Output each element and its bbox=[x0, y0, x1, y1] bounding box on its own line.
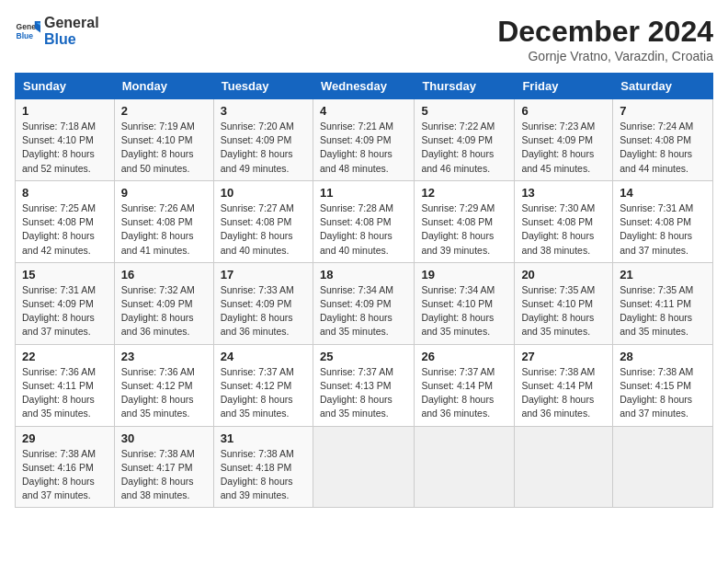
day-detail: Sunrise: 7:18 AMSunset: 4:10 PMDaylight:… bbox=[22, 121, 96, 174]
day-number: 6 bbox=[521, 104, 606, 118]
day-cell: 31 Sunrise: 7:38 AMSunset: 4:18 PMDaylig… bbox=[213, 426, 313, 508]
day-detail: Sunrise: 7:20 AMSunset: 4:09 PMDaylight:… bbox=[221, 121, 294, 174]
day-cell bbox=[415, 426, 515, 508]
day-detail: Sunrise: 7:34 AMSunset: 4:10 PMDaylight:… bbox=[421, 284, 495, 338]
day-detail: Sunrise: 7:31 AMSunset: 4:09 PMDaylight:… bbox=[22, 284, 96, 338]
day-number: 1 bbox=[22, 104, 108, 118]
week-row-5: 29 Sunrise: 7:38 AMSunset: 4:16 PMDaylig… bbox=[16, 426, 713, 508]
day-detail: Sunrise: 7:30 AMSunset: 4:08 PMDaylight:… bbox=[521, 202, 595, 256]
day-cell: 9 Sunrise: 7:26 AMSunset: 4:08 PMDayligh… bbox=[114, 180, 213, 262]
day-detail: Sunrise: 7:26 AMSunset: 4:08 PMDaylight:… bbox=[121, 202, 195, 256]
day-number: 24 bbox=[221, 350, 306, 363]
day-cell: 10 Sunrise: 7:27 AMSunset: 4:08 PMDaylig… bbox=[213, 180, 313, 262]
day-detail: Sunrise: 7:28 AMSunset: 4:08 PMDaylight:… bbox=[320, 202, 393, 256]
day-detail: Sunrise: 7:21 AMSunset: 4:09 PMDaylight:… bbox=[320, 121, 393, 174]
day-cell: 6 Sunrise: 7:23 AMSunset: 4:09 PMDayligh… bbox=[515, 99, 613, 181]
day-cell: 2 Sunrise: 7:19 AMSunset: 4:10 PMDayligh… bbox=[114, 99, 213, 181]
day-number: 8 bbox=[22, 186, 108, 200]
column-header-monday: Monday bbox=[114, 74, 213, 99]
day-cell: 4 Sunrise: 7:21 AMSunset: 4:09 PMDayligh… bbox=[313, 99, 414, 181]
day-detail: Sunrise: 7:27 AMSunset: 4:08 PMDaylight:… bbox=[221, 202, 294, 256]
day-number: 29 bbox=[22, 431, 108, 445]
day-detail: Sunrise: 7:36 AMSunset: 4:11 PMDaylight:… bbox=[22, 366, 96, 419]
day-detail: Sunrise: 7:38 AMSunset: 4:15 PMDaylight:… bbox=[620, 366, 693, 419]
day-cell: 18 Sunrise: 7:34 AMSunset: 4:09 PMDaylig… bbox=[313, 262, 414, 344]
day-detail: Sunrise: 7:33 AMSunset: 4:09 PMDaylight:… bbox=[221, 284, 294, 338]
day-detail: Sunrise: 7:35 AMSunset: 4:11 PMDaylight:… bbox=[620, 284, 693, 338]
logo-blue-text: Blue bbox=[44, 31, 99, 48]
column-header-thursday: Thursday bbox=[415, 74, 515, 99]
day-cell: 11 Sunrise: 7:28 AMSunset: 4:08 PMDaylig… bbox=[313, 180, 414, 262]
day-cell: 26 Sunrise: 7:37 AMSunset: 4:14 PMDaylig… bbox=[415, 344, 515, 426]
day-cell: 12 Sunrise: 7:29 AMSunset: 4:08 PMDaylig… bbox=[415, 180, 515, 262]
day-detail: Sunrise: 7:22 AMSunset: 4:09 PMDaylight:… bbox=[421, 121, 495, 174]
day-detail: Sunrise: 7:29 AMSunset: 4:08 PMDaylight:… bbox=[421, 202, 495, 256]
day-number: 13 bbox=[521, 186, 606, 200]
day-number: 9 bbox=[121, 186, 207, 200]
day-detail: Sunrise: 7:38 AMSunset: 4:16 PMDaylight:… bbox=[22, 448, 96, 501]
day-cell: 28 Sunrise: 7:38 AMSunset: 4:15 PMDaylig… bbox=[613, 344, 713, 426]
day-number: 15 bbox=[22, 268, 108, 282]
day-detail: Sunrise: 7:37 AMSunset: 4:13 PMDaylight:… bbox=[320, 366, 393, 419]
week-row-3: 15 Sunrise: 7:31 AMSunset: 4:09 PMDaylig… bbox=[16, 262, 713, 344]
day-detail: Sunrise: 7:38 AMSunset: 4:18 PMDaylight:… bbox=[221, 448, 294, 501]
day-number: 12 bbox=[421, 186, 507, 200]
day-cell: 15 Sunrise: 7:31 AMSunset: 4:09 PMDaylig… bbox=[16, 262, 115, 344]
day-cell: 5 Sunrise: 7:22 AMSunset: 4:09 PMDayligh… bbox=[415, 99, 515, 181]
day-number: 18 bbox=[320, 268, 407, 282]
day-number: 5 bbox=[421, 104, 507, 118]
day-detail: Sunrise: 7:31 AMSunset: 4:08 PMDaylight:… bbox=[620, 202, 693, 256]
day-cell: 22 Sunrise: 7:36 AMSunset: 4:11 PMDaylig… bbox=[16, 344, 115, 426]
column-header-row: SundayMondayTuesdayWednesdayThursdayFrid… bbox=[16, 74, 713, 99]
day-number: 30 bbox=[121, 431, 207, 445]
day-detail: Sunrise: 7:38 AMSunset: 4:17 PMDaylight:… bbox=[121, 448, 195, 501]
day-number: 31 bbox=[221, 431, 306, 445]
day-number: 23 bbox=[121, 350, 207, 363]
day-detail: Sunrise: 7:35 AMSunset: 4:10 PMDaylight:… bbox=[521, 284, 595, 338]
day-detail: Sunrise: 7:32 AMSunset: 4:09 PMDaylight:… bbox=[121, 284, 195, 338]
page-header: General Blue General Blue December 2024 … bbox=[15, 15, 713, 63]
day-cell: 29 Sunrise: 7:38 AMSunset: 4:16 PMDaylig… bbox=[16, 426, 115, 508]
day-number: 22 bbox=[22, 350, 108, 363]
day-cell: 1 Sunrise: 7:18 AMSunset: 4:10 PMDayligh… bbox=[16, 99, 115, 181]
day-number: 26 bbox=[421, 350, 507, 363]
day-number: 21 bbox=[620, 268, 706, 282]
day-detail: Sunrise: 7:23 AMSunset: 4:09 PMDaylight:… bbox=[521, 121, 595, 174]
day-detail: Sunrise: 7:38 AMSunset: 4:14 PMDaylight:… bbox=[521, 366, 595, 419]
day-cell bbox=[313, 426, 414, 508]
day-number: 4 bbox=[320, 104, 407, 118]
day-number: 3 bbox=[221, 104, 306, 118]
logo-icon: General Blue bbox=[15, 18, 40, 44]
day-number: 16 bbox=[121, 268, 207, 282]
column-header-friday: Friday bbox=[515, 74, 613, 99]
svg-text:Blue: Blue bbox=[17, 30, 34, 40]
column-header-wednesday: Wednesday bbox=[313, 74, 414, 99]
day-number: 20 bbox=[521, 268, 606, 282]
day-cell: 16 Sunrise: 7:32 AMSunset: 4:09 PMDaylig… bbox=[114, 262, 213, 344]
day-cell: 19 Sunrise: 7:34 AMSunset: 4:10 PMDaylig… bbox=[415, 262, 515, 344]
location-subtitle: Gornje Vratno, Varazdin, Croatia bbox=[497, 49, 713, 63]
day-cell: 3 Sunrise: 7:20 AMSunset: 4:09 PMDayligh… bbox=[213, 99, 313, 181]
day-cell: 25 Sunrise: 7:37 AMSunset: 4:13 PMDaylig… bbox=[313, 344, 414, 426]
day-cell bbox=[613, 426, 713, 508]
day-detail: Sunrise: 7:34 AMSunset: 4:09 PMDaylight:… bbox=[320, 284, 393, 338]
day-detail: Sunrise: 7:24 AMSunset: 4:08 PMDaylight:… bbox=[620, 121, 693, 174]
day-detail: Sunrise: 7:37 AMSunset: 4:14 PMDaylight:… bbox=[421, 366, 495, 419]
day-cell bbox=[515, 426, 613, 508]
day-cell: 8 Sunrise: 7:25 AMSunset: 4:08 PMDayligh… bbox=[16, 180, 115, 262]
day-number: 17 bbox=[221, 268, 306, 282]
day-cell: 14 Sunrise: 7:31 AMSunset: 4:08 PMDaylig… bbox=[613, 180, 713, 262]
day-cell: 17 Sunrise: 7:33 AMSunset: 4:09 PMDaylig… bbox=[213, 262, 313, 344]
day-number: 27 bbox=[521, 350, 606, 363]
day-cell: 21 Sunrise: 7:35 AMSunset: 4:11 PMDaylig… bbox=[613, 262, 713, 344]
day-cell: 7 Sunrise: 7:24 AMSunset: 4:08 PMDayligh… bbox=[613, 99, 713, 181]
day-number: 14 bbox=[620, 186, 706, 200]
day-number: 25 bbox=[320, 350, 407, 363]
day-detail: Sunrise: 7:19 AMSunset: 4:10 PMDaylight:… bbox=[121, 121, 195, 174]
day-detail: Sunrise: 7:36 AMSunset: 4:12 PMDaylight:… bbox=[121, 366, 195, 419]
day-cell: 23 Sunrise: 7:36 AMSunset: 4:12 PMDaylig… bbox=[114, 344, 213, 426]
logo-general-text: General bbox=[44, 15, 99, 31]
month-title: December 2024 bbox=[497, 15, 713, 49]
day-cell: 27 Sunrise: 7:38 AMSunset: 4:14 PMDaylig… bbox=[515, 344, 613, 426]
calendar-table: SundayMondayTuesdayWednesdayThursdayFrid… bbox=[15, 73, 713, 508]
